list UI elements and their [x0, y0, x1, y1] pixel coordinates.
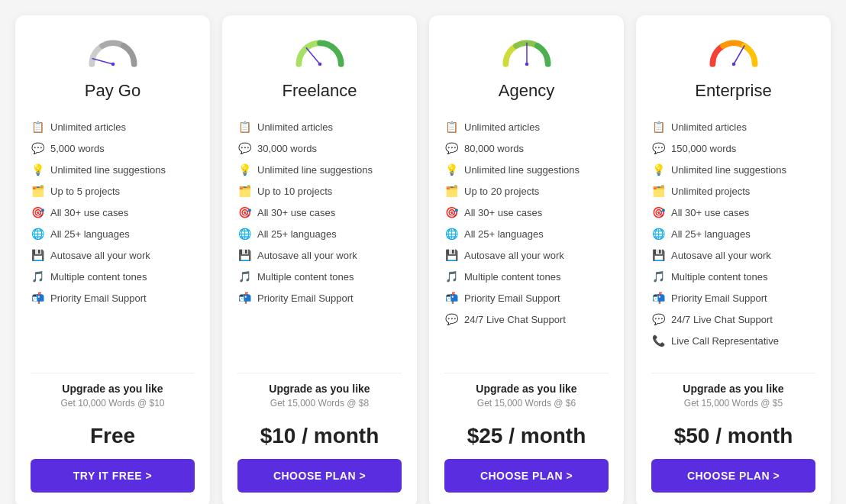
feature-text: Unlimited articles: [50, 121, 126, 133]
plan-name: Enterprise: [651, 81, 815, 101]
feature-text: Unlimited line suggestions: [50, 164, 166, 176]
feature-icon: 🎯: [651, 205, 665, 219]
list-item: 📋Unlimited articles: [31, 116, 195, 137]
feature-text: All 25+ languages: [464, 228, 544, 240]
divider: [237, 373, 402, 373]
list-item: 🎵Multiple content tones: [444, 266, 609, 287]
upgrade-desc: Get 15,000 Words @ $5: [651, 398, 815, 409]
list-item: 🎯All 30+ use cases: [651, 202, 815, 223]
feature-text: Priority Email Support: [464, 292, 560, 304]
feature-text: All 25+ languages: [257, 228, 337, 240]
list-item: 🎯All 30+ use cases: [237, 202, 402, 223]
feature-text: 150,000 words: [671, 143, 736, 154]
feature-icon: 💡: [651, 163, 665, 176]
feature-icon: 📞: [651, 334, 665, 347]
feature-icon: 💬: [444, 141, 458, 155]
divider: [444, 373, 609, 373]
feature-text: Priority Email Support: [50, 292, 147, 304]
features-list: 📋Unlimited articles💬150,000 words💡Unlimi…: [651, 116, 815, 351]
divider: [651, 373, 815, 373]
feature-text: Autosave all your work: [257, 250, 357, 261]
cta-button-enterprise[interactable]: CHOOSE PLAN >: [651, 459, 815, 493]
cta-button-paygo[interactable]: TRY IT FREE >: [31, 459, 195, 493]
plan-card-freelance: Freelance📋Unlimited articles💬30,000 word…: [222, 15, 417, 504]
feature-text: 30,000 words: [257, 143, 317, 154]
feature-icon: 🗂️: [31, 184, 44, 198]
list-item: 📋Unlimited articles: [444, 116, 609, 137]
divider: [31, 373, 195, 373]
feature-icon: 📋: [444, 120, 458, 134]
feature-text: All 30+ use cases: [257, 207, 335, 218]
feature-icon: 📬: [237, 291, 251, 305]
feature-icon: 📋: [237, 120, 251, 134]
list-item: 🗂️Up to 20 projects: [444, 180, 609, 202]
feature-icon: 🌐: [651, 227, 665, 241]
feature-icon: 💾: [237, 248, 251, 262]
list-item: 💬80,000 words: [444, 137, 609, 159]
list-item: 🗂️Up to 10 projects: [237, 180, 402, 202]
list-item: 📋Unlimited articles: [651, 116, 815, 137]
feature-text: All 30+ use cases: [464, 207, 542, 218]
feature-text: Priority Email Support: [671, 292, 767, 304]
feature-icon: 📋: [31, 120, 44, 134]
upgrade-title: Upgrade as you like: [444, 383, 609, 395]
svg-point-5: [525, 63, 528, 66]
feature-text: Unlimited articles: [464, 121, 540, 133]
features-list: 📋Unlimited articles💬80,000 words💡Unlimit…: [444, 116, 609, 351]
svg-line-0: [92, 59, 113, 64]
feature-icon: 🗂️: [651, 184, 665, 198]
feature-text: 5,000 words: [50, 143, 105, 154]
feature-icon: 🗂️: [237, 184, 251, 198]
feature-text: Up to 20 projects: [464, 186, 539, 197]
feature-text: Autosave all your work: [50, 250, 150, 261]
gauge-enterprise: [651, 34, 815, 72]
plan-card-agency: Agency📋Unlimited articles💬80,000 words💡U…: [429, 15, 624, 504]
feature-icon: 💾: [31, 248, 44, 262]
feature-icon: 📋: [651, 120, 665, 134]
feature-text: Up to 10 projects: [257, 186, 332, 197]
feature-icon: 🌐: [237, 227, 251, 241]
list-item: 📬Priority Email Support: [237, 287, 402, 309]
feature-icon: 📬: [651, 291, 665, 305]
list-item: 📬Priority Email Support: [651, 287, 815, 309]
price: $25 / month: [444, 424, 609, 448]
feature-text: All 30+ use cases: [50, 207, 128, 218]
svg-point-1: [111, 63, 115, 66]
svg-point-7: [731, 63, 735, 66]
list-item: 💬24/7 Live Chat Support: [444, 309, 609, 330]
list-item: 💾Autosave all your work: [31, 244, 195, 266]
list-item: 💡Unlimited line suggestions: [31, 159, 195, 180]
feature-text: All 25+ languages: [671, 228, 751, 240]
feature-text: All 30+ use cases: [671, 207, 749, 218]
upgrade-title: Upgrade as you like: [31, 383, 195, 395]
list-item: 💡Unlimited line suggestions: [651, 159, 815, 180]
plan-name: Pay Go: [31, 81, 195, 101]
upgrade-desc: Get 10,000 Words @ $10: [31, 398, 195, 409]
feature-icon: 💬: [651, 141, 665, 155]
list-item: 💬150,000 words: [651, 137, 815, 159]
svg-line-6: [734, 46, 744, 64]
upgrade-section: Upgrade as you likeGet 15,000 Words @ $5: [651, 383, 815, 418]
list-item: 🎯All 30+ use cases: [444, 202, 609, 223]
feature-icon: 💾: [444, 248, 458, 262]
feature-icon: 💬: [651, 312, 665, 326]
feature-text: Live Call Representative: [671, 335, 779, 347]
list-item: 🎯All 30+ use cases: [31, 202, 195, 223]
feature-icon: 💬: [237, 141, 251, 155]
list-item: 💾Autosave all your work: [237, 244, 402, 266]
feature-icon: 📬: [31, 291, 44, 305]
price: $10 / month: [237, 424, 402, 448]
plan-name: Agency: [444, 81, 609, 101]
feature-icon: 💬: [31, 141, 44, 155]
list-item: 🗂️Unlimited projects: [651, 180, 815, 202]
cta-button-freelance[interactable]: CHOOSE PLAN >: [237, 459, 402, 493]
list-item: 🌐All 25+ languages: [444, 223, 609, 244]
cta-button-agency[interactable]: CHOOSE PLAN >: [444, 459, 609, 493]
feature-icon: 🎯: [237, 205, 251, 219]
plan-card-paygo: Pay Go📋Unlimited articles💬5,000 words💡Un…: [15, 15, 210, 504]
feature-icon: 🌐: [444, 227, 458, 241]
feature-text: 24/7 Live Chat Support: [671, 314, 773, 325]
list-item: 💬30,000 words: [237, 137, 402, 159]
upgrade-section: Upgrade as you likeGet 10,000 Words @ $1…: [31, 383, 195, 418]
upgrade-desc: Get 15,000 Words @ $6: [444, 398, 609, 409]
